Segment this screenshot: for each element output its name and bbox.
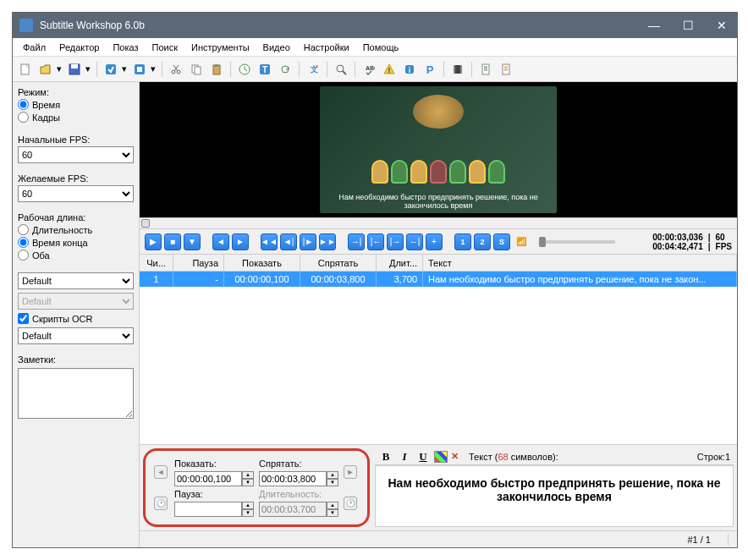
stop-icon[interactable]: ■: [164, 233, 181, 250]
text-icon[interactable]: T: [256, 60, 274, 79]
dur-radio[interactable]: [18, 224, 29, 235]
both-radio[interactable]: [18, 250, 29, 261]
hide-spinner[interactable]: ▲▼: [327, 471, 338, 486]
copy-icon[interactable]: [187, 60, 206, 79]
prev-icon[interactable]: ◄: [212, 233, 229, 250]
menu-help[interactable]: Помощь: [356, 40, 406, 55]
action1-dropdown-icon[interactable]: ▾: [122, 63, 129, 74]
table-row[interactable]: 1 - 00:00:00,100 00:00:03,800 3,700 Нам …: [140, 272, 737, 287]
pause-input[interactable]: [174, 502, 242, 517]
close-button[interactable]: ✕: [713, 19, 730, 32]
doc1-icon[interactable]: [476, 60, 495, 79]
doc2-icon[interactable]: [497, 60, 515, 79]
start-fps-select[interactable]: 60: [18, 146, 134, 163]
svg-rect-5: [137, 67, 142, 72]
open-dropdown-icon[interactable]: ▾: [57, 63, 63, 74]
save-dropdown-icon[interactable]: ▾: [85, 63, 92, 74]
menu-video[interactable]: Видео: [256, 40, 297, 55]
search-icon[interactable]: [332, 60, 350, 79]
btn-s[interactable]: S: [493, 233, 510, 250]
film-icon[interactable]: [448, 60, 467, 79]
pause-spinner[interactable]: ▲▼: [242, 502, 254, 517]
header-num[interactable]: Чи...: [140, 255, 173, 271]
new-file-icon[interactable]: [16, 60, 35, 79]
svg-rect-9: [195, 67, 201, 74]
default1-select[interactable]: Default: [18, 272, 134, 289]
rewind-icon[interactable]: ◄◄: [261, 233, 278, 250]
menu-tools[interactable]: Инструменты: [184, 40, 256, 55]
hide-input[interactable]: [259, 471, 327, 486]
header-dur[interactable]: Длит...: [377, 255, 423, 271]
end-radio[interactable]: [18, 237, 29, 248]
forward-icon[interactable]: ►►: [319, 233, 336, 250]
pascal-icon[interactable]: P: [421, 60, 439, 79]
seek-thumb[interactable]: [141, 219, 150, 228]
menu-editor[interactable]: Редактор: [52, 40, 106, 55]
mode-frames-radio[interactable]: [18, 112, 29, 123]
subtitle-text-input[interactable]: Нам необходимо быстро предпринять решени…: [375, 465, 734, 527]
italic-button[interactable]: I: [397, 450, 412, 464]
header-show[interactable]: Показать: [224, 255, 300, 271]
spellcheck-icon[interactable]: ABC: [360, 60, 378, 79]
bottom-panel: ◄ Показать: Спрятать: ► ▲▼ ▲▼ 🕐 Пауза: Д…: [140, 444, 737, 530]
color-button[interactable]: [434, 451, 448, 463]
open-file-icon[interactable]: [36, 60, 55, 79]
clear-format-button[interactable]: ✕: [451, 451, 459, 462]
play-icon[interactable]: ▶: [145, 233, 162, 250]
minimize-button[interactable]: ―: [646, 19, 663, 32]
mode-frames-label: Кадры: [32, 113, 60, 123]
seekbar[interactable]: [140, 217, 737, 229]
clock-right-icon[interactable]: 🕐: [344, 497, 357, 510]
underline-button[interactable]: U: [415, 450, 431, 464]
toolbar: ▾ ▾ ▾ ▾ T 文 ABC ! i P: [13, 57, 737, 82]
bold-button[interactable]: B: [378, 450, 393, 464]
header-hide[interactable]: Спрятать: [300, 255, 377, 271]
step-fwd-icon[interactable]: |►: [300, 233, 316, 250]
btn-1[interactable]: 1: [454, 233, 471, 250]
menu-file[interactable]: Файл: [16, 40, 52, 55]
next-icon[interactable]: ►: [232, 233, 249, 250]
volume-thumb[interactable]: [539, 237, 546, 247]
step-back-icon[interactable]: ◄|: [280, 233, 297, 250]
next-subtitle-icon[interactable]: ►: [344, 465, 357, 479]
target-fps-label: Желаемые FPS:: [18, 173, 134, 184]
down-icon[interactable]: ▼: [184, 233, 201, 250]
maximize-button[interactable]: ☐: [679, 19, 696, 32]
add-icon[interactable]: +: [426, 233, 443, 250]
cut-icon[interactable]: [167, 60, 185, 79]
notes-input[interactable]: [18, 368, 134, 419]
info-icon[interactable]: i: [400, 60, 419, 79]
paste-icon[interactable]: [207, 60, 226, 79]
default3-select[interactable]: Default: [18, 327, 134, 344]
sync-icon[interactable]: [276, 60, 294, 79]
blue-action1-icon[interactable]: [102, 60, 120, 79]
mark-in-icon[interactable]: →|: [348, 233, 365, 250]
clock-left-icon[interactable]: 🕐: [154, 497, 168, 510]
btn-2[interactable]: 2: [474, 233, 491, 250]
header-pause[interactable]: Пауза: [173, 255, 224, 271]
menu-show[interactable]: Показ: [106, 40, 145, 55]
ocr-checkbox[interactable]: [18, 313, 29, 324]
blue-action2-icon[interactable]: [130, 60, 149, 79]
menu-settings[interactable]: Настройки: [297, 40, 356, 55]
warning-icon[interactable]: !: [380, 60, 399, 79]
clock-icon[interactable]: [235, 60, 254, 79]
grid-header: Чи... Пауза Показать Спрятать Длит... Те…: [140, 255, 737, 272]
video-frame: Нам необходимо быстро предпринять решени…: [320, 86, 557, 213]
mark-out-icon[interactable]: |←: [367, 233, 384, 250]
show-input[interactable]: [174, 471, 242, 486]
target-fps-select[interactable]: 60: [18, 185, 134, 202]
prev-subtitle-icon[interactable]: ◄: [154, 465, 168, 479]
action2-dropdown-icon[interactable]: ▾: [151, 63, 157, 74]
goto-out-icon[interactable]: ←|: [406, 233, 423, 250]
volume-slider[interactable]: [539, 240, 615, 244]
header-text[interactable]: Текст: [423, 255, 737, 271]
show-spinner[interactable]: ▲▼: [242, 471, 254, 486]
save-icon[interactable]: [65, 60, 84, 79]
goto-in-icon[interactable]: |→: [387, 233, 404, 250]
translate-icon[interactable]: 文: [304, 60, 322, 79]
menu-search[interactable]: Поиск: [146, 40, 184, 55]
dur-input: [259, 502, 327, 517]
mode-time-radio[interactable]: [18, 99, 29, 110]
volume-icon[interactable]: 📶: [513, 233, 530, 250]
